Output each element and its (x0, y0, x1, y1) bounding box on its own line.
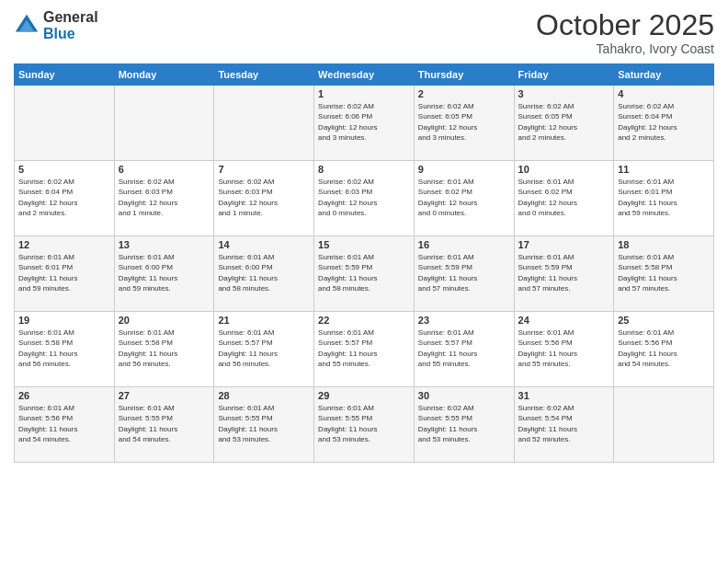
calendar-week-row: 19Sunrise: 6:01 AMSunset: 5:58 PMDayligh… (15, 312, 714, 387)
day-detail: Sunrise: 6:02 AMSunset: 6:05 PMDaylight:… (518, 101, 610, 143)
day-number: 14 (218, 239, 310, 250)
day-number: 23 (418, 315, 510, 326)
day-detail: Sunrise: 6:02 AMSunset: 5:55 PMDaylight:… (418, 403, 510, 444)
page: General Blue October 2025 Tahakro, Ivory… (0, 0, 728, 563)
calendar-cell: 30Sunrise: 6:02 AMSunset: 5:55 PMDayligh… (414, 387, 514, 463)
day-number: 1 (318, 88, 410, 99)
day-number: 10 (518, 164, 610, 175)
calendar-cell (15, 86, 115, 161)
day-detail: Sunrise: 6:01 AMSunset: 5:57 PMDaylight:… (318, 327, 410, 369)
calendar-cell: 20Sunrise: 6:01 AMSunset: 5:58 PMDayligh… (114, 312, 214, 387)
calendar-cell: 22Sunrise: 6:01 AMSunset: 5:57 PMDayligh… (314, 312, 415, 387)
calendar-week-row: 5Sunrise: 6:02 AMSunset: 6:04 PMDaylight… (15, 161, 714, 236)
weekday-header: Friday (514, 64, 614, 86)
calendar-cell: 14Sunrise: 6:01 AMSunset: 6:00 PMDayligh… (214, 236, 314, 312)
day-number: 19 (18, 315, 110, 326)
logo: General Blue (14, 9, 98, 41)
calendar-cell: 2Sunrise: 6:02 AMSunset: 6:05 PMDaylight… (414, 86, 514, 161)
location-title: Tahakro, Ivory Coast (536, 41, 714, 56)
day-detail: Sunrise: 6:01 AMSunset: 5:58 PMDaylight:… (18, 327, 110, 369)
day-detail: Sunrise: 6:01 AMSunset: 6:00 PMDaylight:… (218, 252, 310, 293)
calendar-cell: 4Sunrise: 6:02 AMSunset: 6:04 PMDaylight… (614, 86, 714, 161)
day-number: 6 (119, 164, 210, 175)
logo-text: General Blue (43, 9, 98, 41)
day-number: 15 (318, 239, 410, 250)
day-detail: Sunrise: 6:01 AMSunset: 5:57 PMDaylight:… (218, 327, 310, 369)
calendar-cell: 21Sunrise: 6:01 AMSunset: 5:57 PMDayligh… (214, 312, 314, 387)
calendar-cell: 18Sunrise: 6:01 AMSunset: 5:58 PMDayligh… (614, 236, 714, 312)
calendar-cell: 24Sunrise: 6:01 AMSunset: 5:56 PMDayligh… (514, 312, 614, 387)
day-number: 30 (418, 390, 510, 401)
calendar-cell: 9Sunrise: 6:01 AMSunset: 6:02 PMDaylight… (414, 161, 514, 236)
calendar-cell: 13Sunrise: 6:01 AMSunset: 6:00 PMDayligh… (114, 236, 214, 312)
day-number: 26 (18, 390, 110, 401)
day-number: 25 (618, 315, 710, 326)
calendar: SundayMondayTuesdayWednesdayThursdayFrid… (14, 63, 714, 463)
logo-blue-text: Blue (43, 26, 98, 42)
weekday-header: Wednesday (314, 64, 415, 86)
calendar-cell: 28Sunrise: 6:01 AMSunset: 5:55 PMDayligh… (214, 387, 314, 463)
calendar-week-row: 26Sunrise: 6:01 AMSunset: 5:56 PMDayligh… (15, 387, 714, 463)
day-detail: Sunrise: 6:02 AMSunset: 6:06 PMDaylight:… (318, 101, 410, 143)
calendar-cell (214, 86, 314, 161)
day-number: 31 (518, 390, 610, 401)
calendar-cell (614, 387, 714, 463)
day-number: 22 (318, 315, 410, 326)
calendar-cell: 17Sunrise: 6:01 AMSunset: 5:59 PMDayligh… (514, 236, 614, 312)
day-detail: Sunrise: 6:01 AMSunset: 6:00 PMDaylight:… (119, 252, 210, 293)
calendar-cell: 29Sunrise: 6:01 AMSunset: 5:55 PMDayligh… (314, 387, 415, 463)
calendar-cell: 15Sunrise: 6:01 AMSunset: 5:59 PMDayligh… (314, 236, 415, 312)
logo-icon (14, 13, 40, 39)
day-detail: Sunrise: 6:01 AMSunset: 6:02 PMDaylight:… (418, 177, 510, 218)
weekday-header: Tuesday (214, 64, 314, 86)
day-detail: Sunrise: 6:01 AMSunset: 5:56 PMDaylight:… (518, 327, 610, 369)
weekday-header: Monday (114, 64, 214, 86)
day-number: 20 (119, 315, 210, 326)
day-detail: Sunrise: 6:02 AMSunset: 6:03 PMDaylight:… (218, 177, 310, 218)
calendar-cell: 12Sunrise: 6:01 AMSunset: 6:01 PMDayligh… (15, 236, 115, 312)
day-detail: Sunrise: 6:01 AMSunset: 5:58 PMDaylight:… (618, 252, 710, 293)
logo-general-text: General (43, 9, 98, 26)
day-number: 7 (218, 164, 310, 175)
calendar-cell: 19Sunrise: 6:01 AMSunset: 5:58 PMDayligh… (15, 312, 115, 387)
day-detail: Sunrise: 6:01 AMSunset: 5:59 PMDaylight:… (418, 252, 510, 293)
day-detail: Sunrise: 6:01 AMSunset: 5:57 PMDaylight:… (418, 327, 510, 369)
day-number: 12 (18, 239, 110, 250)
day-number: 24 (518, 315, 610, 326)
calendar-cell: 5Sunrise: 6:02 AMSunset: 6:04 PMDaylight… (15, 161, 115, 236)
calendar-cell: 31Sunrise: 6:02 AMSunset: 5:54 PMDayligh… (514, 387, 614, 463)
calendar-week-row: 12Sunrise: 6:01 AMSunset: 6:01 PMDayligh… (15, 236, 714, 312)
day-number: 2 (418, 88, 510, 99)
day-number: 21 (218, 315, 310, 326)
calendar-cell: 10Sunrise: 6:01 AMSunset: 6:02 PMDayligh… (514, 161, 614, 236)
day-detail: Sunrise: 6:01 AMSunset: 5:56 PMDaylight:… (618, 327, 710, 369)
calendar-cell: 26Sunrise: 6:01 AMSunset: 5:56 PMDayligh… (15, 387, 115, 463)
title-block: October 2025 Tahakro, Ivory Coast (536, 9, 714, 56)
day-detail: Sunrise: 6:01 AMSunset: 6:01 PMDaylight:… (18, 252, 110, 293)
weekday-header: Thursday (414, 64, 514, 86)
calendar-cell (114, 86, 214, 161)
day-number: 17 (518, 239, 610, 250)
day-detail: Sunrise: 6:02 AMSunset: 5:54 PMDaylight:… (518, 403, 610, 444)
day-detail: Sunrise: 6:01 AMSunset: 5:56 PMDaylight:… (18, 403, 110, 444)
day-detail: Sunrise: 6:02 AMSunset: 6:04 PMDaylight:… (18, 177, 110, 218)
day-number: 4 (618, 88, 710, 99)
day-number: 9 (418, 164, 510, 175)
calendar-week-row: 1Sunrise: 6:02 AMSunset: 6:06 PMDaylight… (15, 86, 714, 161)
month-title: October 2025 (536, 9, 714, 41)
day-number: 11 (618, 164, 710, 175)
day-number: 28 (218, 390, 310, 401)
calendar-cell: 8Sunrise: 6:02 AMSunset: 6:03 PMDaylight… (314, 161, 415, 236)
day-detail: Sunrise: 6:01 AMSunset: 6:01 PMDaylight:… (618, 177, 710, 218)
day-detail: Sunrise: 6:02 AMSunset: 6:05 PMDaylight:… (418, 101, 510, 143)
day-number: 8 (318, 164, 410, 175)
weekday-header-row: SundayMondayTuesdayWednesdayThursdayFrid… (15, 64, 714, 86)
day-number: 27 (119, 390, 210, 401)
day-number: 3 (518, 88, 610, 99)
calendar-cell: 1Sunrise: 6:02 AMSunset: 6:06 PMDaylight… (314, 86, 415, 161)
day-detail: Sunrise: 6:02 AMSunset: 6:03 PMDaylight:… (119, 177, 210, 218)
calendar-cell: 27Sunrise: 6:01 AMSunset: 5:55 PMDayligh… (114, 387, 214, 463)
calendar-cell: 25Sunrise: 6:01 AMSunset: 5:56 PMDayligh… (614, 312, 714, 387)
day-detail: Sunrise: 6:01 AMSunset: 5:55 PMDaylight:… (318, 403, 410, 444)
day-detail: Sunrise: 6:01 AMSunset: 5:59 PMDaylight:… (518, 252, 610, 293)
